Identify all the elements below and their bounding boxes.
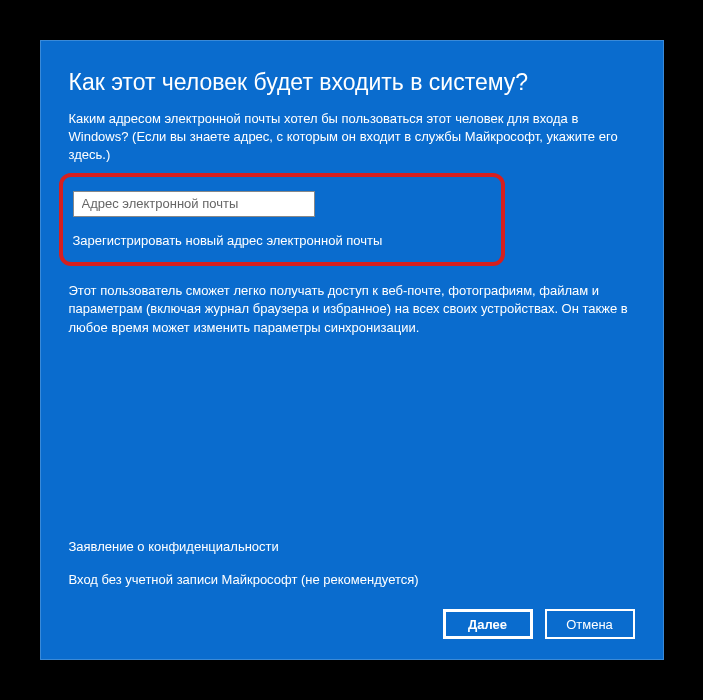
- spacer: [69, 338, 635, 539]
- register-email-link[interactable]: Зарегистрировать новый адрес электронной…: [73, 217, 491, 248]
- email-input[interactable]: [73, 191, 315, 217]
- highlight-annotation: Зарегистрировать новый адрес электронной…: [59, 173, 505, 266]
- next-button[interactable]: Далее: [443, 609, 533, 639]
- dialog-button-row: Далее Отмена: [69, 609, 635, 639]
- cancel-button[interactable]: Отмена: [545, 609, 635, 639]
- no-microsoft-account-link[interactable]: Вход без учетной записи Майкрософт (не р…: [69, 572, 635, 587]
- dialog-title: Как этот человек будет входить в систему…: [69, 69, 635, 96]
- dialog-description: Каким адресом электронной почты хотел бы…: [69, 110, 635, 165]
- sync-info-text: Этот пользователь сможет легко получать …: [69, 282, 635, 339]
- privacy-statement-link[interactable]: Заявление о конфиденциальности: [69, 539, 635, 554]
- signin-dialog: Как этот человек будет входить в систему…: [40, 40, 664, 660]
- email-input-row: [73, 191, 491, 217]
